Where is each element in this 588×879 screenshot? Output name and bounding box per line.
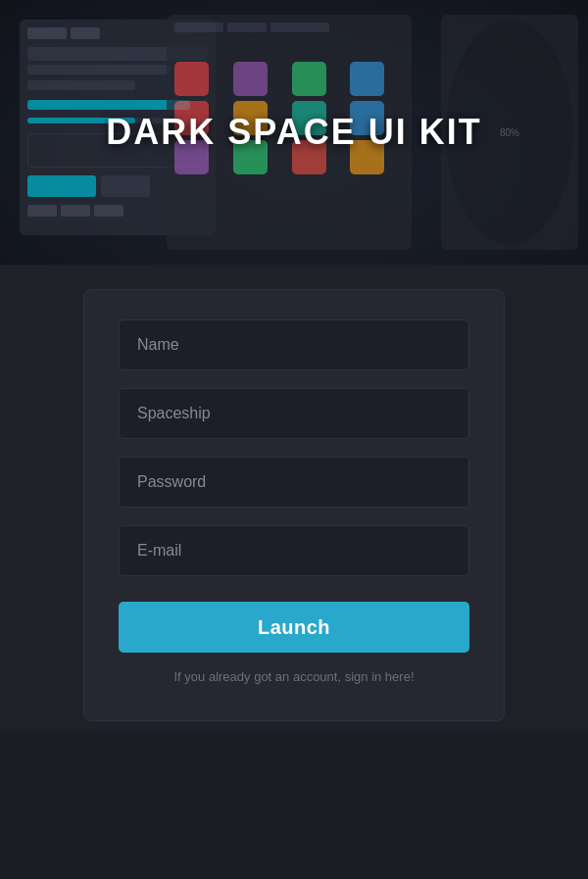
email-field-group [119, 525, 469, 576]
name-field-group [119, 319, 469, 370]
email-input[interactable] [119, 525, 469, 576]
password-field-group [119, 457, 469, 508]
hero-title: DARK SPACE UI KIT [106, 112, 481, 153]
launch-button[interactable]: Launch [119, 602, 469, 653]
knob-small: 80% [478, 131, 542, 195]
spaceship-input[interactable] [119, 388, 469, 439]
registration-form-card: Launch If you already got an account, si… [83, 289, 505, 721]
spaceship-field-group [119, 388, 469, 439]
hero-banner: 100% 80% DARK SPACE UI KIT [0, 0, 588, 265]
signin-link[interactable]: If you already got an account, sign in h… [119, 668, 469, 686]
password-input[interactable] [119, 457, 469, 508]
bottom-background [0, 732, 588, 879]
name-input[interactable] [119, 319, 469, 370]
